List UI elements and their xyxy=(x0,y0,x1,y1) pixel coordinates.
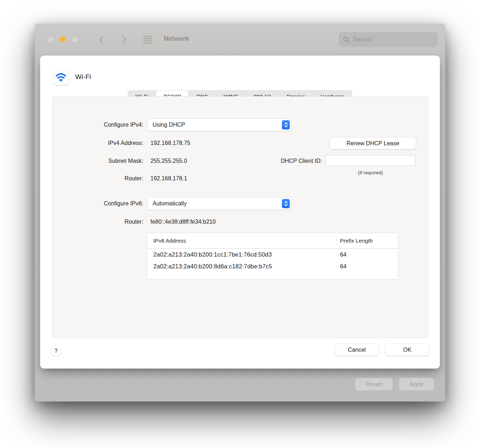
column-separator xyxy=(337,236,337,245)
configure-ipv4-popup[interactable]: Using DHCP xyxy=(148,119,291,131)
configure-ipv4-value: Using DHCP xyxy=(148,122,185,128)
ok-button[interactable]: OK xyxy=(385,344,429,356)
popup-stepper-icon xyxy=(282,120,290,130)
ipv6-address-column-header: IPv6 Address xyxy=(147,238,186,244)
subnet-mask-label: Subnet Mask: xyxy=(49,158,143,164)
configure-ipv6-label: Configure IPv6: xyxy=(49,200,143,207)
ipv6-table-header: IPv6 Address Prefix Length xyxy=(147,233,398,249)
tab-content-panel xyxy=(52,96,428,338)
ipv6-address-cell: 2a02:a213:2a40:b200:8d6a:c182:7dbe:b7c5 xyxy=(147,263,272,270)
ipv6-router-label: Router: xyxy=(49,219,143,225)
search-icon xyxy=(343,36,350,43)
close-button[interactable] xyxy=(48,36,53,42)
titlebar: Network xyxy=(35,24,445,55)
revert-button: Revert xyxy=(355,378,393,390)
dhcp-client-id-label: DHCP Client ID: xyxy=(228,158,322,164)
ipv6-address-table: IPv6 Address Prefix Length 2a02:a213:2a4… xyxy=(147,233,398,279)
prefix-length-column-header: Prefix Length xyxy=(340,238,373,244)
ipv4-address-value: 192.168.178.75 xyxy=(150,140,190,146)
prefix-length-cell: 64 xyxy=(340,251,346,258)
table-row[interactable]: 2a02:a213:2a40:b200:1cc1:7be1:76cd:50d3 … xyxy=(147,249,398,260)
ipv4-router-label: Router: xyxy=(49,175,143,182)
search-field[interactable] xyxy=(339,32,438,47)
dhcp-client-id-hint: (If required) xyxy=(325,170,416,175)
show-all-grid-icon[interactable] xyxy=(143,35,152,44)
ipv4-router-value: 192.168.178.1 xyxy=(150,175,187,182)
zoom-button[interactable] xyxy=(72,36,78,42)
ipv6-address-cell: 2a02:a213:2a40:b200:1cc1:7be1:76cd:50d3 xyxy=(147,251,272,258)
chevron-right-icon xyxy=(120,35,129,44)
table-row[interactable]: 2a02:a213:2a40:b200:8d6a:c182:7dbe:b7c5 … xyxy=(147,260,398,272)
ipv4-address-label: IPv4 Address: xyxy=(49,140,143,146)
minimize-button[interactable] xyxy=(60,36,66,42)
tcpip-sheet: Wi-Fi Wi-Fi TCP/IP DNS WINS 802.1X Proxi… xyxy=(40,55,440,369)
subnet-mask-value: 255.255.255.0 xyxy=(150,158,187,164)
popup-stepper-icon xyxy=(282,199,290,208)
back-button[interactable] xyxy=(97,35,106,44)
apply-button: Apply xyxy=(399,378,434,390)
dhcp-client-id-input[interactable] xyxy=(325,155,416,166)
chevron-left-icon xyxy=(97,35,106,44)
cancel-button[interactable]: Cancel xyxy=(335,344,379,356)
configure-ipv4-label: Configure IPv4: xyxy=(49,122,143,128)
forward-button[interactable] xyxy=(120,35,129,44)
ipv6-router-value: fe80::4e38:d8ff:fe34:b210 xyxy=(150,219,216,225)
network-preferences-window: Network Wi-Fi Wi-Fi TCP/IP DNS xyxy=(35,24,445,401)
configure-ipv6-value: Automatically xyxy=(148,200,187,207)
prefix-length-cell: 64 xyxy=(340,263,346,270)
help-button[interactable]: ? xyxy=(51,346,61,356)
wifi-icon xyxy=(55,72,67,82)
service-name: Wi-Fi xyxy=(75,73,91,81)
wifi-service-icon xyxy=(53,69,69,85)
window-title: Network xyxy=(164,35,189,43)
renew-dhcp-lease-button[interactable]: Renew DHCP Lease xyxy=(330,137,416,149)
configure-ipv6-popup[interactable]: Automatically xyxy=(148,198,291,210)
search-input[interactable] xyxy=(353,36,433,43)
